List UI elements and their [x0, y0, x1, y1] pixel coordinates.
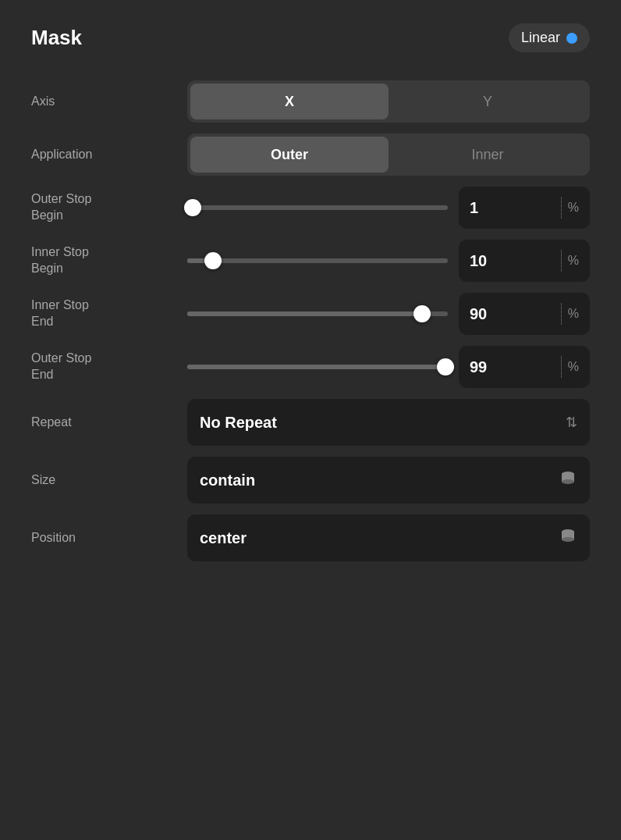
axis-x-button[interactable]: X [190, 84, 389, 119]
outer-stop-begin-control: 1 % [187, 187, 590, 229]
header: Mask Linear [31, 23, 590, 52]
inner-stop-begin-control: 10 % [187, 240, 590, 282]
value-divider [561, 197, 562, 219]
position-control: center [187, 514, 590, 561]
outer-stop-end-value-box: 99 % [459, 346, 590, 388]
inner-stop-begin-slider-row: 10 % [187, 240, 590, 282]
repeat-label: Repeat [31, 415, 187, 431]
outer-stop-begin-value: 1 [470, 199, 555, 217]
inner-stop-end-label: Inner Stop End [31, 297, 187, 330]
size-dropdown[interactable]: contain [187, 457, 590, 504]
repeat-row: Repeat No Repeat ⇅ [31, 399, 590, 446]
inner-stop-begin-value-box: 10 % [459, 240, 590, 282]
application-row: Application Outer Inner [31, 133, 590, 176]
axis-y-button[interactable]: Y [389, 84, 587, 119]
size-value: contain [200, 472, 559, 489]
application-inner-button[interactable]: Inner [389, 137, 587, 173]
cylinder-icon-2 [559, 527, 577, 550]
size-row: Size contain [31, 457, 590, 504]
inner-stop-end-track [187, 311, 448, 316]
inner-stop-begin-track [187, 258, 448, 263]
value-divider [561, 303, 562, 325]
inner-stop-begin-unit: % [568, 254, 579, 268]
repeat-value: No Repeat [200, 414, 566, 432]
inner-stop-end-row: Inner Stop End 90 % [31, 293, 590, 335]
inner-stop-end-fill [187, 311, 422, 316]
position-dropdown[interactable]: center [187, 514, 590, 561]
size-control: contain [187, 457, 590, 504]
size-label: Size [31, 472, 187, 489]
inner-stop-end-slider-row: 90 % [187, 293, 590, 335]
outer-stop-end-track [187, 365, 448, 369]
outer-stop-end-label: Outer Stop End [31, 351, 187, 383]
chevron-updown-icon: ⇅ [566, 414, 577, 431]
linear-toggle-dot [566, 33, 577, 44]
outer-stop-end-slider-wrap [187, 365, 448, 369]
inner-stop-begin-slider-wrap [187, 258, 448, 263]
axis-segmented: X Y [187, 80, 590, 123]
outer-stop-end-row: Outer Stop End 99 % [31, 346, 590, 388]
outer-stop-begin-thumb[interactable] [184, 199, 201, 216]
inner-stop-begin-label: Inner Stop Begin [31, 244, 187, 277]
value-divider [561, 250, 562, 272]
inner-stop-end-control: 90 % [187, 293, 590, 335]
outer-stop-end-thumb[interactable] [437, 358, 454, 376]
outer-stop-begin-value-box: 1 % [459, 187, 590, 229]
cylinder-icon [559, 469, 577, 492]
application-control: Outer Inner [187, 133, 590, 176]
inner-stop-begin-value: 10 [470, 252, 555, 270]
value-divider [561, 356, 562, 378]
outer-stop-end-fill [187, 365, 445, 369]
position-label: Position [31, 530, 187, 546]
position-value: center [200, 529, 559, 547]
outer-stop-begin-unit: % [568, 201, 579, 215]
outer-stop-end-slider-row: 99 % [187, 346, 590, 388]
inner-stop-end-unit: % [568, 307, 579, 321]
inner-stop-begin-row: Inner Stop Begin 10 % [31, 240, 590, 282]
application-label: Application [31, 147, 187, 163]
repeat-control: No Repeat ⇅ [187, 399, 590, 446]
outer-stop-begin-label: Outer Stop Begin [31, 191, 187, 224]
linear-badge[interactable]: Linear [509, 23, 590, 52]
outer-stop-begin-slider-wrap [187, 205, 448, 210]
inner-stop-end-value: 90 [470, 305, 555, 323]
inner-stop-end-value-box: 90 % [459, 293, 590, 335]
outer-stop-end-unit: % [568, 360, 579, 374]
linear-label: Linear [521, 30, 560, 46]
svg-point-5 [562, 537, 574, 542]
outer-stop-begin-row: Outer Stop Begin 1 % [31, 187, 590, 229]
axis-row: Axis X Y [31, 80, 590, 123]
application-segmented: Outer Inner [187, 133, 590, 176]
outer-stop-begin-slider-row: 1 % [187, 187, 590, 229]
position-row: Position center [31, 514, 590, 561]
axis-label: Axis [31, 94, 187, 110]
outer-stop-begin-track [187, 205, 448, 210]
inner-stop-end-slider-wrap [187, 311, 448, 316]
svg-point-2 [562, 479, 574, 484]
repeat-dropdown[interactable]: No Repeat ⇅ [187, 399, 590, 446]
outer-stop-end-control: 99 % [187, 346, 590, 388]
axis-control: X Y [187, 80, 590, 123]
inner-stop-begin-thumb[interactable] [204, 252, 222, 269]
outer-stop-end-value: 99 [470, 358, 555, 376]
page-title: Mask [31, 26, 82, 50]
application-outer-button[interactable]: Outer [190, 137, 389, 173]
inner-stop-end-thumb[interactable] [413, 305, 431, 322]
